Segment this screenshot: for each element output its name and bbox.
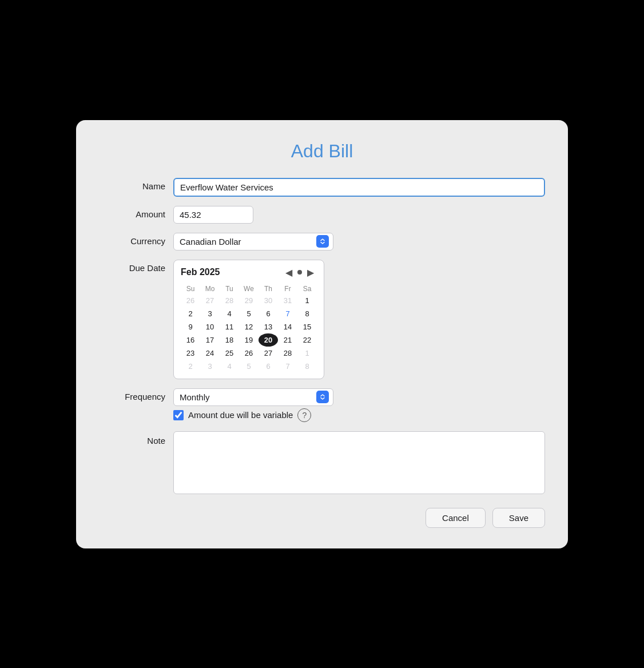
calendar-day[interactable]: 16 — [181, 333, 200, 347]
calendar-week-row: 2345678 — [181, 360, 317, 373]
col-fr: Fr — [278, 284, 297, 294]
currency-select-wrapper: Canadian Dollar US Dollar Euro British P… — [173, 233, 333, 250]
cancel-button[interactable]: Cancel — [426, 508, 486, 528]
calendar-day[interactable]: 2 — [181, 360, 200, 373]
name-input[interactable] — [173, 178, 545, 197]
frequency-field-wrapper: Daily Weekly Bi-Weekly Monthly Quarterly… — [173, 388, 545, 422]
calendar-day[interactable]: 31 — [278, 294, 297, 307]
calendar-prev-button[interactable]: ◀ — [283, 266, 295, 279]
calendar-day[interactable]: 8 — [297, 307, 317, 320]
calendar-day[interactable]: 26 — [181, 294, 200, 307]
calendar-day[interactable]: 6 — [259, 360, 278, 373]
calendar-day[interactable]: 30 — [259, 294, 278, 307]
calendar-day[interactable]: 4 — [220, 307, 239, 320]
help-button[interactable]: ? — [297, 408, 311, 422]
frequency-row: Frequency Daily Weekly Bi-Weekly Monthly… — [99, 388, 545, 422]
calendar-day[interactable]: 26 — [239, 347, 259, 360]
calendar-day[interactable]: 3 — [200, 307, 220, 320]
calendar-wrapper: Feb 2025 ◀ ▶ Su Mo Tu We Th Fr — [173, 260, 545, 379]
calendar-day[interactable]: 21 — [278, 333, 297, 347]
currency-field-wrapper: Canadian Dollar US Dollar Euro British P… — [173, 233, 545, 250]
currency-label: Currency — [99, 233, 173, 246]
calendar-dot — [297, 270, 302, 275]
calendar-month-year: Feb 2025 — [181, 267, 283, 277]
col-sa: Sa — [297, 284, 317, 294]
calendar-day[interactable]: 7 — [278, 307, 297, 320]
calendar-grid: Su Mo Tu We Th Fr Sa 2627282930311234567… — [181, 284, 317, 373]
calendar-day[interactable]: 2 — [181, 307, 200, 320]
variable-amount-row: Amount due will be variable ? — [173, 408, 545, 422]
calendar-day[interactable]: 27 — [259, 347, 278, 360]
calendar-day[interactable]: 27 — [200, 294, 220, 307]
calendar-day[interactable]: 6 — [259, 307, 278, 320]
amount-input[interactable] — [173, 206, 253, 224]
frequency-select[interactable]: Daily Weekly Bi-Weekly Monthly Quarterly… — [173, 388, 333, 406]
amount-label: Amount — [99, 206, 173, 219]
due-date-row: Due Date Feb 2025 ◀ ▶ Su Mo Tu We — [99, 260, 545, 379]
calendar-week-row: 2324252627281 — [181, 347, 317, 360]
currency-select[interactable]: Canadian Dollar US Dollar Euro British P… — [173, 233, 333, 250]
calendar-week-row: 2627282930311 — [181, 294, 317, 307]
currency-row: Currency Canadian Dollar US Dollar Euro … — [99, 233, 545, 250]
add-bill-dialog: Add Bill Name Amount Currency Canadian D… — [76, 120, 568, 548]
calendar-day[interactable]: 17 — [200, 333, 220, 347]
calendar-day[interactable]: 24 — [200, 347, 220, 360]
calendar-day[interactable]: 15 — [297, 320, 317, 333]
col-su: Su — [181, 284, 200, 294]
calendar-day[interactable]: 20 — [259, 333, 278, 347]
variable-amount-label: Amount due will be variable — [188, 410, 293, 420]
calendar-day[interactable]: 1 — [297, 347, 317, 360]
note-field-wrapper — [173, 431, 545, 496]
name-label: Name — [99, 178, 173, 191]
calendar-day[interactable]: 28 — [220, 294, 239, 307]
calendar-day[interactable]: 22 — [297, 333, 317, 347]
calendar-day[interactable]: 14 — [278, 320, 297, 333]
calendar-day[interactable]: 5 — [239, 307, 259, 320]
calendar-week-row: 2345678 — [181, 307, 317, 320]
calendar-week-row: 9101112131415 — [181, 320, 317, 333]
note-input[interactable] — [173, 431, 545, 494]
col-mo: Mo — [200, 284, 220, 294]
calendar: Feb 2025 ◀ ▶ Su Mo Tu We Th Fr — [173, 260, 324, 379]
calendar-day[interactable]: 18 — [220, 333, 239, 347]
calendar-day[interactable]: 5 — [239, 360, 259, 373]
calendar-day[interactable]: 13 — [259, 320, 278, 333]
col-tu: Tu — [220, 284, 239, 294]
variable-amount-checkbox[interactable] — [173, 410, 184, 420]
frequency-select-wrapper: Daily Weekly Bi-Weekly Monthly Quarterly… — [173, 388, 333, 406]
calendar-day[interactable]: 19 — [239, 333, 259, 347]
frequency-label: Frequency — [99, 388, 173, 401]
col-we: We — [239, 284, 259, 294]
save-button[interactable]: Save — [492, 508, 545, 528]
calendar-day[interactable]: 8 — [297, 360, 317, 373]
due-date-label: Due Date — [99, 260, 173, 273]
calendar-day[interactable]: 4 — [220, 360, 239, 373]
calendar-day[interactable]: 12 — [239, 320, 259, 333]
amount-row: Amount — [99, 206, 545, 224]
calendar-header: Feb 2025 ◀ ▶ — [181, 266, 317, 279]
name-row: Name — [99, 178, 545, 197]
col-th: Th — [259, 284, 278, 294]
note-label: Note — [99, 431, 173, 446]
calendar-day[interactable]: 28 — [278, 347, 297, 360]
calendar-day[interactable]: 1 — [297, 294, 317, 307]
calendar-day[interactable]: 25 — [220, 347, 239, 360]
calendar-day[interactable]: 7 — [278, 360, 297, 373]
note-row: Note — [99, 431, 545, 496]
calendar-day[interactable]: 10 — [200, 320, 220, 333]
amount-field-wrapper — [173, 206, 545, 224]
calendar-day[interactable]: 23 — [181, 347, 200, 360]
calendar-day[interactable]: 11 — [220, 320, 239, 333]
calendar-day[interactable]: 9 — [181, 320, 200, 333]
calendar-week-row: 16171819202122 — [181, 333, 317, 347]
name-field-wrapper — [173, 178, 545, 197]
calendar-next-button[interactable]: ▶ — [304, 266, 317, 279]
dialog-title: Add Bill — [99, 141, 545, 162]
calendar-day[interactable]: 29 — [239, 294, 259, 307]
calendar-day[interactable]: 3 — [200, 360, 220, 373]
calendar-header-row: Su Mo Tu We Th Fr Sa — [181, 284, 317, 294]
button-row: Cancel Save — [99, 508, 545, 528]
